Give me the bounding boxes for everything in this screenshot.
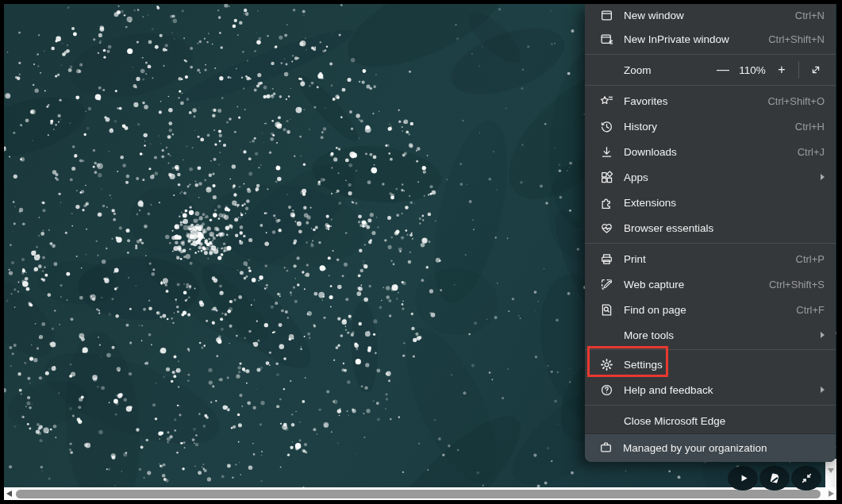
menu-item-browser-essentials[interactable]: Browser essentials (585, 215, 836, 240)
play-button[interactable] (728, 466, 758, 491)
menu-divider (585, 54, 836, 55)
help-question-icon (600, 383, 613, 397)
scroll-left-arrow-icon[interactable] (6, 491, 12, 497)
shortcut-label: Ctrl+P (796, 253, 825, 265)
menu-item-settings[interactable]: Settings (585, 352, 836, 377)
play-icon (736, 471, 750, 485)
zoom-in-button[interactable]: + (770, 58, 794, 82)
shortcut-label: Ctrl+Shift+S (769, 279, 825, 290)
menu-item-find-on-page[interactable]: Find on pageCtrl+F (585, 297, 836, 322)
new-window-icon (600, 9, 613, 22)
menu-divider (585, 243, 836, 244)
apps-grid-icon (600, 171, 613, 184)
shortcut-label: Ctrl+Shift+O (767, 95, 825, 107)
zoom-value: 110% (735, 64, 770, 76)
shortcut-label: Ctrl+N (795, 10, 825, 21)
settings-gear-icon (600, 358, 613, 371)
menu-item-new-inprivate-window[interactable]: New InPrivate windowCtrl+Shift+N (585, 26, 836, 52)
menu-divider (585, 405, 836, 406)
horizontal-scrollbar-thumb[interactable] (16, 490, 821, 498)
shortcut-label: Ctrl+F (796, 304, 825, 316)
menu-item-downloads[interactable]: DownloadsCtrl+J (585, 139, 836, 164)
menu-item-more-tools[interactable]: More tools (585, 322, 836, 348)
menu-item-help-and-feedback[interactable]: Help and feedback (585, 377, 836, 402)
collapse-diagonal-button[interactable] (791, 466, 821, 491)
menu-item-close-microsoft-edge[interactable]: Close Microsoft Edge (585, 408, 836, 433)
zoom-out-button[interactable]: — (711, 58, 735, 82)
menu-item-apps[interactable]: Apps (585, 164, 836, 190)
horizontal-scrollbar[interactable] (4, 487, 836, 500)
menu-item-favorites[interactable]: FavoritesCtrl+Shift+O (585, 88, 836, 113)
print-icon (600, 252, 613, 266)
submenu-chevron-icon (821, 387, 825, 393)
menu-item-history[interactable]: HistoryCtrl+H (585, 113, 836, 139)
scroll-right-arrow-icon[interactable] (829, 491, 834, 497)
menu-item-print[interactable]: PrintCtrl+P (585, 246, 836, 271)
menu-item-web-capture[interactable]: Web captureCtrl+Shift+S (585, 271, 836, 297)
history-clock-icon (600, 120, 613, 133)
zoom-separator (798, 61, 799, 79)
scroll-down-arrow-icon[interactable] (828, 468, 834, 473)
screenshot-root: New windowCtrl+NNew InPrivate windowCtrl… (0, 0, 842, 504)
shortcut-label: Ctrl+J (798, 146, 825, 158)
vertical-scrollbar[interactable] (825, 459, 836, 487)
submenu-chevron-icon (821, 174, 825, 180)
draft-pen-button[interactable] (759, 466, 790, 491)
menu-divider (585, 85, 836, 86)
submenu-chevron-icon (821, 332, 825, 338)
new-inprivate-window-icon (600, 33, 613, 46)
shortcut-label: Ctrl+Shift+N (768, 33, 825, 45)
briefcase-icon (599, 441, 613, 454)
extensions-puzzle-icon (600, 196, 613, 210)
web-capture-icon (600, 278, 613, 291)
draft-pen-icon (768, 471, 782, 485)
menu-item-extensions[interactable]: Extensions (585, 190, 836, 215)
zoom-label: Zoom (624, 64, 652, 76)
favorites-star-icon (600, 94, 613, 108)
menu-item-zoom: Zoom—110%+ (585, 57, 836, 83)
shortcut-label: Ctrl+H (795, 121, 825, 133)
find-on-page-icon (600, 303, 613, 317)
browser-essentials-heart-icon (600, 221, 613, 235)
menu-divider (585, 349, 836, 350)
downloads-arrow-icon (600, 145, 613, 159)
managed-by-organization-banner[interactable]: Managed by your organization (585, 433, 836, 462)
fullscreen-button[interactable] (804, 63, 828, 76)
media-overlay-controls (728, 466, 821, 491)
menu-item-new-window[interactable]: New windowCtrl+N (585, 4, 836, 26)
edge-browser-menu: New windowCtrl+NNew InPrivate windowCtrl… (585, 4, 836, 462)
diagonal-expand-icon (809, 63, 822, 76)
collapse-diagonal-icon (800, 471, 813, 485)
